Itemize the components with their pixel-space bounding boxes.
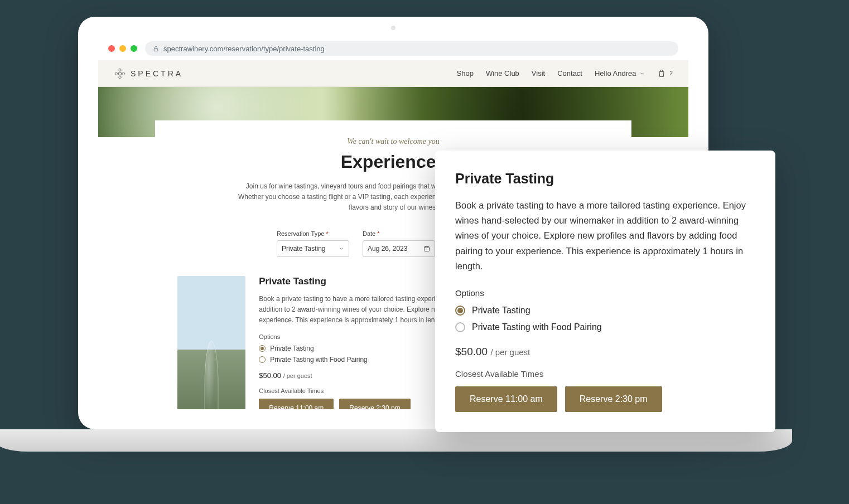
- date-picker[interactable]: Aug 26, 2023: [363, 240, 435, 257]
- brand[interactable]: SPECTRA: [114, 67, 183, 80]
- camera-dot: [391, 26, 395, 30]
- popout-desc: Book a private tasting to have a more ta…: [455, 198, 755, 274]
- popout-availability-heading: Closest Available Times: [455, 369, 755, 379]
- select-value: Aug 26, 2023: [368, 245, 407, 253]
- reservation-type-select[interactable]: Private Tasting: [277, 240, 349, 257]
- close-dot[interactable]: [108, 45, 115, 52]
- browser-chrome: spectrawinery.com/reservation/type/priva…: [98, 37, 688, 60]
- lock-icon: [153, 46, 159, 52]
- popout-option-food-pairing[interactable]: Private Tasting with Food Pairing: [455, 322, 755, 332]
- filter-label: Reservation Type *: [277, 230, 349, 237]
- experience-photo: [177, 276, 245, 409]
- svg-rect-0: [154, 49, 157, 51]
- welcome-text: We can't wait to welcome you: [177, 137, 609, 146]
- brand-text: SPECTRA: [131, 69, 183, 78]
- bag-icon: [657, 69, 666, 78]
- radio-icon: [259, 356, 266, 363]
- select-value: Private Tasting: [282, 245, 326, 253]
- filter-date: Date * Aug 26, 2023: [363, 230, 435, 257]
- brand-logo-icon: [114, 67, 126, 80]
- main-nav: Shop Wine Club Visit Contact Hello Andre…: [457, 69, 673, 78]
- popout-reserve-buttons: Reserve 11:00 am Reserve 2:30 pm: [455, 386, 755, 412]
- minimize-dot[interactable]: [119, 45, 126, 52]
- account-label: Hello Andrea: [595, 69, 636, 77]
- reserve-1100-button[interactable]: Reserve 11:00 am: [259, 399, 334, 409]
- popout-reserve-1100-button[interactable]: Reserve 11:00 am: [455, 386, 557, 412]
- cart-button[interactable]: 2: [657, 69, 673, 78]
- filter-reservation-type: Reservation Type * Private Tasting: [277, 230, 349, 257]
- url-bar[interactable]: spectrawinery.com/reservation/type/priva…: [145, 41, 678, 56]
- calendar-icon: [423, 245, 430, 252]
- cart-count: 2: [669, 70, 673, 76]
- svg-point-1: [118, 72, 122, 75]
- nav-shop[interactable]: Shop: [457, 69, 474, 77]
- chevron-down-icon: [639, 71, 645, 76]
- url-text: spectrawinery.com/reservation/type/priva…: [163, 45, 325, 53]
- popout-reserve-230-button[interactable]: Reserve 2:30 pm: [565, 386, 662, 412]
- popout-option-private-tasting[interactable]: Private Tasting: [455, 306, 755, 316]
- radio-icon: [455, 322, 465, 332]
- option-label: Private Tasting: [472, 306, 530, 316]
- chevron-down-icon: [339, 246, 344, 251]
- radio-icon: [455, 306, 465, 316]
- reserve-230-button[interactable]: Reserve 2:30 pm: [339, 399, 410, 409]
- svg-rect-2: [424, 246, 430, 251]
- window-controls[interactable]: [108, 45, 137, 52]
- option-label: Private Tasting: [270, 345, 314, 352]
- detail-popout: Private Tasting Book a private tasting t…: [435, 151, 775, 432]
- nav-visit[interactable]: Visit: [532, 69, 545, 77]
- option-label: Private Tasting with Food Pairing: [472, 322, 602, 332]
- popout-price: $50.00 / per guest: [455, 346, 755, 358]
- filter-label: Date *: [363, 230, 435, 237]
- option-label: Private Tasting with Food Pairing: [270, 356, 368, 364]
- zoom-dot[interactable]: [131, 45, 137, 52]
- site-header: SPECTRA Shop Wine Club Visit Contact Hel…: [98, 60, 688, 87]
- popout-title: Private Tasting: [455, 171, 755, 187]
- radio-icon: [259, 345, 266, 352]
- nav-wine-club[interactable]: Wine Club: [486, 69, 519, 77]
- nav-account[interactable]: Hello Andrea: [595, 69, 645, 77]
- popout-options-heading: Options: [455, 288, 755, 298]
- nav-contact[interactable]: Contact: [557, 69, 582, 77]
